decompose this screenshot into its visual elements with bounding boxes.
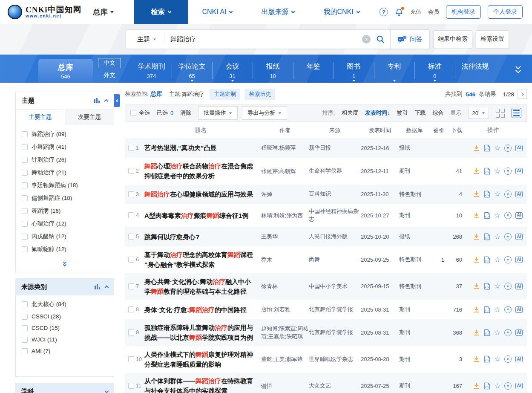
download-icon[interactable] xyxy=(473,329,480,336)
ai-icon[interactable]: AI xyxy=(515,356,523,362)
filter-checkbox-item[interactable]: 丙戊酸钠 (12) xyxy=(22,233,108,240)
result-title-link[interactable]: A型肉毒毒素治疗瘢痕舞蹈综合征1例 xyxy=(144,212,248,219)
top-nav-item-active[interactable]: 检索 xyxy=(134,0,188,24)
category-tab[interactable]: 学术期刊 374 xyxy=(131,61,172,83)
row-checkbox[interactable] xyxy=(128,212,134,218)
category-tab[interactable]: 图书 1 xyxy=(334,61,374,83)
result-title-link[interactable]: 跳舞何以疗愈身心? xyxy=(144,233,199,240)
ai-icon[interactable]: AI xyxy=(515,234,523,240)
download-icon[interactable] xyxy=(473,168,480,175)
result-source[interactable]: 北京舞蹈学院学报 xyxy=(309,329,361,337)
html-read-icon[interactable] xyxy=(484,256,490,263)
top-nav-item-link[interactable]: CNKI AI xyxy=(188,0,247,24)
tab-main-library[interactable]: 总库 546 xyxy=(38,59,93,83)
favorite-star-icon[interactable]: ☆ xyxy=(494,283,500,290)
member-link[interactable]: 会员 xyxy=(428,8,439,16)
sort-option[interactable]: 发表时间↓ xyxy=(365,109,390,117)
ai-icon[interactable]: AI xyxy=(515,329,523,336)
expand-more-icon[interactable] xyxy=(16,260,114,272)
cnki-logo[interactable]: CNKi中国知网 www.cnki.net xyxy=(0,0,88,24)
quote-icon[interactable]: ” xyxy=(504,168,512,175)
html-read-icon[interactable] xyxy=(484,283,490,290)
row-checkbox[interactable] xyxy=(128,283,134,289)
download-icon[interactable] xyxy=(473,144,480,152)
result-source[interactable]: 中国神经精神疾病杂志 xyxy=(309,208,361,224)
favorite-star-icon[interactable]: ☆ xyxy=(494,233,500,240)
filter-checkbox-item[interactable]: 舞蹈病 (16) xyxy=(22,207,108,215)
topic-custom-button[interactable]: 主题定制 xyxy=(210,89,240,100)
sort-option[interactable]: 被引 xyxy=(397,109,408,117)
search-input[interactable] xyxy=(164,36,362,43)
row-checkbox[interactable] xyxy=(128,191,134,197)
result-authors[interactable]: 谢恒 xyxy=(261,382,309,390)
result-source[interactable]: 生命科学仪器 xyxy=(309,167,361,175)
result-authors[interactable]: 程晓琳;杨频萍 xyxy=(261,144,309,152)
ai-icon[interactable]: AI xyxy=(515,212,523,219)
result-authors[interactable]: 张延芹;高朝辉 xyxy=(261,167,309,176)
top-nav-item-link[interactable]: 出版来源 xyxy=(247,0,309,24)
favorite-star-icon[interactable]: ☆ xyxy=(494,168,500,175)
top-nav-item-link[interactable]: 我的CNKI xyxy=(309,0,374,24)
filter-checkbox[interactable] xyxy=(22,182,28,188)
result-authors[interactable]: 董乾;王美;郝军锋 xyxy=(261,355,309,364)
help-icon[interactable]: ? xyxy=(380,8,388,16)
lang-tab-foreign[interactable]: 外文 xyxy=(98,71,121,80)
more-categories-icon[interactable] xyxy=(516,66,520,73)
ai-icon[interactable]: AI xyxy=(515,168,523,174)
html-read-icon[interactable] xyxy=(484,355,490,363)
filter-checkbox-item[interactable]: 小舞蹈病 (41) xyxy=(22,143,108,151)
chevron-up-icon[interactable] xyxy=(105,286,109,290)
row-checkbox[interactable] xyxy=(128,168,134,174)
quote-icon[interactable]: ” xyxy=(504,355,512,363)
chevron-down-icon[interactable] xyxy=(105,389,109,393)
search-in-results-button[interactable]: 结果中检索 xyxy=(433,30,472,48)
favorite-star-icon[interactable]: ☆ xyxy=(494,191,500,198)
category-tab[interactable]: 会议 31 xyxy=(212,61,253,83)
result-title-link[interactable]: 从个体到群体——舞蹈治疗在特殊教育与社会支持体系中的实践探索 xyxy=(144,377,253,393)
col-downloads[interactable]: 下载 xyxy=(444,127,464,134)
download-icon[interactable] xyxy=(473,355,480,363)
tab-secondary-topic[interactable]: 次要主题 xyxy=(65,110,114,125)
result-authors[interactable]: 乔木 xyxy=(261,256,309,264)
filter-checkbox-item[interactable]: 舞蹈治疗 (89) xyxy=(22,130,108,138)
library-selector[interactable]: 总库 xyxy=(88,6,125,18)
result-title-link[interactable]: 基于舞动治疗理念的高校体育舞蹈课程“身心融合”教学模式探索 xyxy=(144,251,253,268)
filter-checkbox[interactable] xyxy=(22,348,28,354)
col-title[interactable]: 题名 xyxy=(144,127,261,134)
result-source[interactable]: 百科知识 xyxy=(309,190,361,198)
result-authors[interactable]: 王美华 xyxy=(261,232,309,241)
category-tab[interactable]: 专利 xyxy=(374,61,414,83)
html-read-icon[interactable] xyxy=(484,144,490,152)
html-read-icon[interactable] xyxy=(484,191,490,198)
filter-checkbox-item[interactable]: 亨廷顿舞蹈病 (18) xyxy=(22,182,108,189)
ai-icon[interactable]: AI xyxy=(515,383,523,389)
sort-option[interactable]: 综合 xyxy=(433,109,444,117)
select-all-checkbox[interactable] xyxy=(130,110,136,116)
html-read-icon[interactable] xyxy=(484,329,490,336)
result-source[interactable]: 新华日报 xyxy=(309,144,361,152)
sort-option[interactable]: 相关度 xyxy=(342,109,358,117)
ai-icon[interactable]: AI xyxy=(515,283,523,289)
filter-checkbox-item[interactable]: AMI (7) xyxy=(22,348,108,354)
filter-checkbox[interactable] xyxy=(22,234,28,240)
row-checkbox[interactable] xyxy=(128,234,134,240)
batch-actions-button[interactable]: 批量操作 xyxy=(198,106,238,120)
download-icon[interactable] xyxy=(473,212,480,219)
favorite-star-icon[interactable]: ☆ xyxy=(494,329,500,336)
subject-header[interactable]: 学科 xyxy=(15,383,114,393)
filter-checkbox[interactable] xyxy=(22,208,28,214)
category-tab[interactable]: 标准 0 xyxy=(414,61,455,83)
favorite-star-icon[interactable]: ☆ xyxy=(494,144,500,152)
favorite-star-icon[interactable]: ☆ xyxy=(494,382,500,390)
org-login-button[interactable]: 机构登录 xyxy=(446,5,481,19)
row-checkbox[interactable] xyxy=(128,383,134,389)
filter-checkbox-item[interactable]: 针刺治疗 (26) xyxy=(22,156,108,164)
ai-icon[interactable]: AI xyxy=(515,191,523,197)
result-title-link[interactable]: 身心共舞·文化润心:舞动治疗融入中小学舞蹈教育的理论基础与本土化路径 xyxy=(144,278,251,295)
ai-icon[interactable]: AI xyxy=(515,257,523,263)
col-authors[interactable]: 作者 xyxy=(261,126,309,135)
result-title-link[interactable]: 身体·文化·疗愈:舞蹈治疗的中国路径 xyxy=(144,306,247,313)
filter-checkbox-item[interactable]: 偏侧舞蹈症 (18) xyxy=(22,194,108,202)
result-title-link[interactable]: 舞蹈心理治疗联合药物治疗在混合焦虑抑郁症患者中的效果分析 xyxy=(144,162,253,179)
personal-login-button[interactable]: 个人登录 xyxy=(488,5,523,19)
